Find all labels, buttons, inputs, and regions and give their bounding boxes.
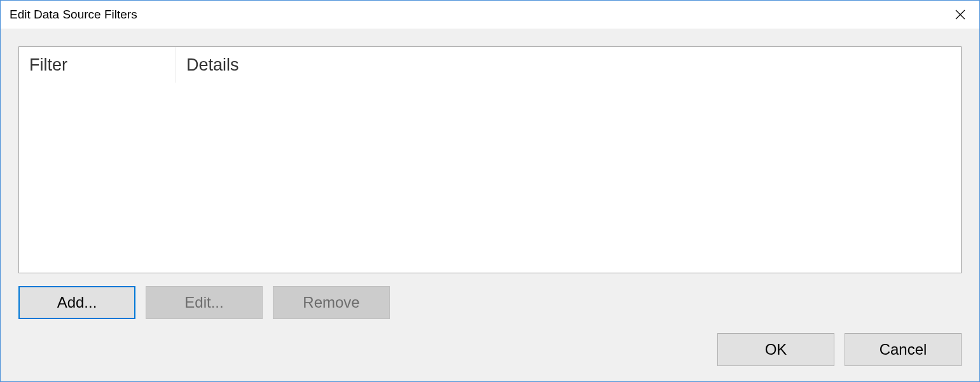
titlebar: Edit Data Source Filters bbox=[1, 1, 979, 29]
column-header-filter[interactable]: Filter bbox=[19, 47, 176, 83]
table-header: Filter Details bbox=[19, 47, 961, 83]
filters-table[interactable]: Filter Details bbox=[18, 46, 962, 273]
add-button[interactable]: Add... bbox=[18, 286, 135, 319]
edit-button: Edit... bbox=[146, 286, 263, 319]
window-title: Edit Data Source Filters bbox=[10, 8, 137, 22]
dialog-window: Edit Data Source Filters Filter Details … bbox=[0, 0, 980, 382]
footer-buttons-row: OK Cancel bbox=[18, 333, 962, 366]
content-area: Filter Details Add... Edit... Remove OK … bbox=[1, 29, 979, 381]
close-icon bbox=[955, 10, 965, 20]
table-body[interactable] bbox=[19, 83, 961, 273]
close-button[interactable] bbox=[941, 1, 979, 29]
action-buttons-row: Add... Edit... Remove bbox=[18, 286, 962, 319]
ok-button[interactable]: OK bbox=[717, 333, 834, 366]
remove-button: Remove bbox=[273, 286, 390, 319]
column-header-details[interactable]: Details bbox=[176, 47, 961, 83]
cancel-button[interactable]: Cancel bbox=[845, 333, 962, 366]
